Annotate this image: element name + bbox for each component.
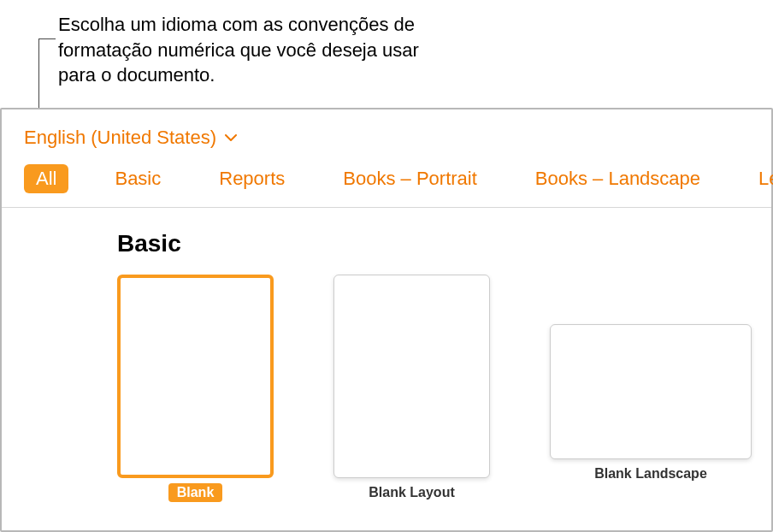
template-label: Blank Layout xyxy=(360,483,463,502)
section-title: Basic xyxy=(117,230,771,257)
language-selector[interactable]: English (United States) xyxy=(24,127,237,149)
template-thumbnail xyxy=(117,275,274,478)
templates-grid: Blank Blank Layout Blank Landscape xyxy=(117,275,771,502)
template-chooser-panel: English (United States) All Basic Report… xyxy=(0,108,773,532)
tab-reports[interactable]: Reports xyxy=(207,164,297,193)
tab-letters[interactable]: Letters xyxy=(746,164,773,193)
tab-books-landscape[interactable]: Books – Landscape xyxy=(523,164,712,193)
template-blank-layout[interactable]: Blank Layout xyxy=(333,275,490,502)
template-blank[interactable]: Blank xyxy=(117,275,274,502)
chevron-down-icon xyxy=(225,134,237,142)
category-tabs: All Basic Reports Books – Portrait Books… xyxy=(2,157,771,208)
tab-basic[interactable]: Basic xyxy=(103,164,173,193)
language-row: English (United States) xyxy=(2,109,771,157)
template-blank-landscape[interactable]: Blank Landscape xyxy=(550,275,752,483)
template-label: Blank Landscape xyxy=(586,464,716,483)
template-thumbnail xyxy=(550,324,752,459)
callout-line-horizontal xyxy=(38,38,56,39)
template-label: Blank xyxy=(168,483,223,502)
tab-all[interactable]: All xyxy=(24,164,68,193)
language-selected-label: English (United States) xyxy=(24,127,216,149)
annotation-text: Escolha um idioma com as convenções de f… xyxy=(58,12,443,88)
tab-books-portrait[interactable]: Books – Portrait xyxy=(331,164,489,193)
template-thumbnail xyxy=(333,275,490,478)
templates-content: Basic Blank Blank Layout Blank Landscape xyxy=(2,208,771,502)
